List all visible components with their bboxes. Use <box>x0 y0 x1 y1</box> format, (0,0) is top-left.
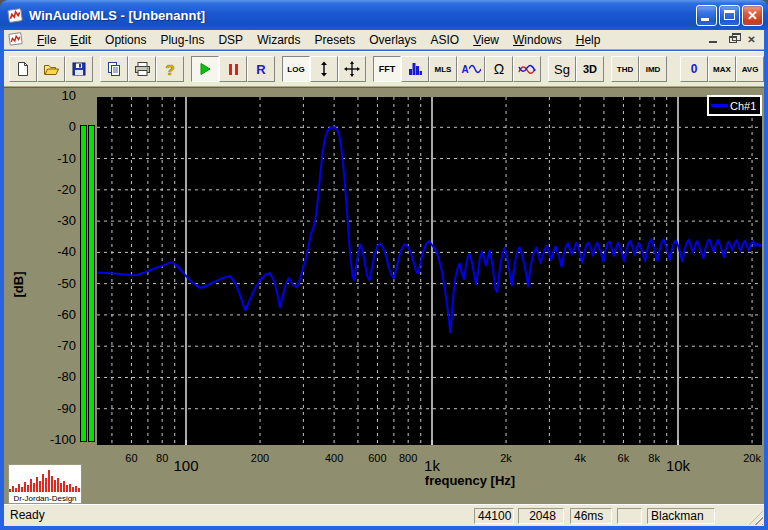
imd-button[interactable]: IMD <box>639 56 667 82</box>
play-icon <box>198 62 212 76</box>
sine-wave-icon <box>469 64 481 74</box>
y-axis-tick-label: -10 <box>18 151 76 167</box>
logo-text: Dr-Jordan-Design <box>9 494 81 503</box>
menu-item-asio[interactable]: ASIO <box>424 31 467 49</box>
vertical-zoom-button[interactable] <box>310 56 338 82</box>
log-scale-button[interactable]: LOG <box>282 56 310 82</box>
thd-button[interactable]: THD <box>611 56 639 82</box>
menu-item-view[interactable]: View <box>466 31 506 49</box>
menu-item-dsp[interactable]: DSP <box>211 31 250 49</box>
document-system-menu-icon[interactable] <box>8 32 24 47</box>
menu-item-presets[interactable]: Presets <box>307 31 362 49</box>
x-axis-tick-label: 200 <box>225 452 295 464</box>
menu-item-overlays[interactable]: Overlays <box>362 31 423 49</box>
help-icon: ? <box>165 61 174 78</box>
dr-jordan-design-logo: Dr-Jordan-Design <box>8 464 82 504</box>
x-axis-title: frequency [Hz] <box>410 473 530 488</box>
menu-item-file[interactable]: File <box>30 31 63 49</box>
move-button[interactable] <box>338 56 366 82</box>
fft-button[interactable]: FFT <box>373 56 401 82</box>
app-icon <box>7 7 24 24</box>
imd-label: IMD <box>646 65 661 74</box>
minimize-button[interactable] <box>696 5 717 26</box>
x-axis-tick-label: 100 <box>151 457 221 474</box>
new-button[interactable] <box>9 56 37 82</box>
menu-item-wizards[interactable]: Wizards <box>250 31 307 49</box>
max-label: MAX <box>713 65 731 74</box>
open-button[interactable] <box>37 56 65 82</box>
log-scale-label: LOG <box>287 65 304 74</box>
menu-item-options[interactable]: Options <box>98 31 153 49</box>
vertical-arrows-icon <box>318 61 330 77</box>
mdi-close-icon: ✕ <box>744 33 759 46</box>
status-fft-size: 2048 <box>518 508 564 524</box>
move-arrows-icon <box>344 61 360 77</box>
spectrogram-label: Sg <box>554 62 570 77</box>
maximize-button[interactable] <box>719 5 740 26</box>
status-time: 46ms <box>570 508 612 524</box>
copy-button[interactable] <box>100 56 128 82</box>
help-button[interactable]: ? <box>156 56 184 82</box>
mdi-close-button[interactable]: ✕ <box>743 32 760 47</box>
legend-line-sample <box>711 104 728 107</box>
x-axis-tick-label: 2k <box>471 452 541 464</box>
open-folder-icon <box>43 61 60 77</box>
x-axis-tick-label: 10k <box>643 457 713 474</box>
legend-box: Ch#1 <box>707 95 762 116</box>
pause-button[interactable] <box>219 56 247 82</box>
menu-item-help[interactable]: Help <box>569 31 608 49</box>
menu-item-plugins[interactable]: Plug-Ins <box>153 31 211 49</box>
status-samplerate: 44100 <box>474 508 514 524</box>
mls-label: MLS <box>435 65 452 74</box>
reset-zero-label: 0 <box>691 62 698 76</box>
menu-item-windows[interactable]: Windows <box>506 31 569 49</box>
x-axis-tick-label: 1k <box>397 457 467 474</box>
print-icon <box>134 61 151 77</box>
y-axis-tick-label: -80 <box>18 369 76 385</box>
spectrum-button[interactable] <box>401 56 429 82</box>
mls-button[interactable]: MLS <box>429 56 457 82</box>
pause-icon <box>229 64 238 75</box>
avg-button[interactable]: AVG <box>736 56 764 82</box>
close-icon: ✕ <box>743 7 762 25</box>
toolbar: ? R LOG <box>4 51 764 87</box>
scope-a-label: A <box>461 64 468 75</box>
y-axis-tick-label: 10 <box>18 88 76 104</box>
spectrum-plot[interactable] <box>97 97 762 445</box>
status-bar: Ready 44100 2048 46ms Blackman <box>4 504 764 526</box>
y-axis-tick-label: -70 <box>18 338 76 354</box>
plot-client-area: [dB] 100-10-20-30-40-50-60-70-80-90-100 … <box>4 88 764 504</box>
save-button[interactable] <box>65 56 93 82</box>
menu-item-edit[interactable]: Edit <box>63 31 98 49</box>
max-button[interactable]: MAX <box>708 56 736 82</box>
impedance-button[interactable]: Ω <box>485 56 513 82</box>
y-axis-tick-label: -90 <box>18 401 76 417</box>
window-title: WinAudioMLS - [Unbenannt] <box>29 8 696 23</box>
save-floppy-icon <box>71 61 87 77</box>
menu-bar: File Edit Options Plug-Ins DSP Wizards P… <box>4 30 764 50</box>
curves-icon <box>518 62 536 76</box>
status-text: Ready <box>10 508 45 522</box>
close-button[interactable]: ✕ <box>742 5 763 26</box>
maximize-icon <box>724 10 735 20</box>
mdi-restore-icon <box>729 36 737 43</box>
scope-button[interactable]: A <box>457 56 485 82</box>
record-button[interactable]: R <box>247 56 275 82</box>
resize-grip[interactable] <box>749 511 763 525</box>
mdi-minimize-button[interactable] <box>705 32 722 47</box>
play-button[interactable] <box>191 56 219 82</box>
spectrogram-button[interactable]: Sg <box>548 56 576 82</box>
y-axis-tick-label: -30 <box>18 213 76 229</box>
overlay-curves-button[interactable] <box>513 56 541 82</box>
thd-label: THD <box>617 65 633 74</box>
fft-label: FFT <box>379 64 396 74</box>
logo-spectrum-icon <box>9 466 81 494</box>
reset-button[interactable]: 0 <box>680 56 708 82</box>
y-axis-tick-label: -40 <box>18 244 76 260</box>
app-window: WinAudioMLS - [Unbenannt] ✕ File Edit Op… <box>0 0 768 530</box>
3d-button[interactable]: 3D <box>576 56 604 82</box>
mdi-restore-button[interactable] <box>724 32 741 47</box>
print-button[interactable] <box>128 56 156 82</box>
minimize-icon <box>701 18 709 21</box>
spectrum-bars-icon <box>407 61 423 77</box>
